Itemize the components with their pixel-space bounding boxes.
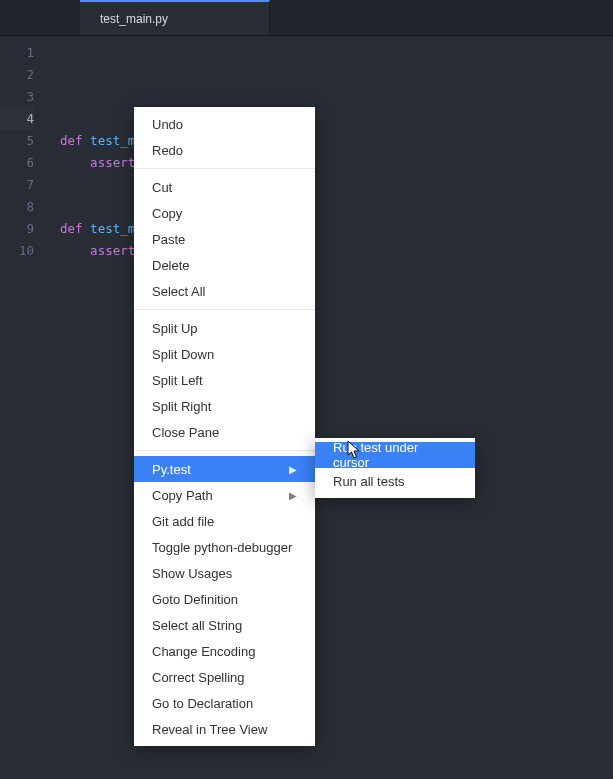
code-line: def test_m	[60, 133, 135, 148]
menu-copy-path[interactable]: Copy Path ▶	[134, 482, 315, 508]
menu-label: Change Encoding	[152, 644, 255, 659]
menu-label: Split Down	[152, 347, 214, 362]
menu-reveal-in-tree-view[interactable]: Reveal in Tree View	[134, 716, 315, 742]
menu-label: Reveal in Tree View	[152, 722, 267, 737]
menu-separator	[134, 309, 315, 310]
menu-label: Undo	[152, 117, 183, 132]
menu-label: Git add file	[152, 514, 214, 529]
submenu-pytest: Run test under cursor Run all tests	[315, 438, 475, 498]
menu-label: Split Up	[152, 321, 198, 336]
menu-label: Py.test	[152, 462, 191, 477]
menu-go-to-declaration[interactable]: Go to Declaration	[134, 690, 315, 716]
menu-label: Toggle python-debugger	[152, 540, 292, 555]
line-number: 7	[0, 174, 34, 196]
line-number-active: 4	[0, 108, 34, 130]
menu-label: Split Right	[152, 399, 211, 414]
code-area[interactable]: def test_m assert def test_m assert	[42, 36, 613, 779]
line-number: 8	[0, 196, 34, 218]
menu-cut[interactable]: Cut	[134, 174, 315, 200]
menu-git-add-file[interactable]: Git add file	[134, 508, 315, 534]
tab-active[interactable]: test_main.py	[80, 0, 270, 35]
line-number: 3	[0, 86, 34, 108]
code-line	[60, 67, 68, 82]
menu-label: Select All	[152, 284, 205, 299]
menu-correct-spelling[interactable]: Correct Spelling	[134, 664, 315, 690]
menu-show-usages[interactable]: Show Usages	[134, 560, 315, 586]
menu-split-down[interactable]: Split Down	[134, 341, 315, 367]
menu-label: Run test under cursor	[333, 440, 457, 470]
context-menu: Undo Redo Cut Copy Paste Delete Select A…	[134, 107, 315, 746]
line-number: 5	[0, 130, 34, 152]
menu-pytest[interactable]: Py.test ▶	[134, 456, 315, 482]
menu-separator	[134, 450, 315, 451]
menu-select-all[interactable]: Select All	[134, 278, 315, 304]
menu-label: Correct Spelling	[152, 670, 245, 685]
menu-close-pane[interactable]: Close Pane	[134, 419, 315, 445]
code-line	[60, 177, 68, 192]
line-number: 10	[0, 240, 34, 262]
menu-split-right[interactable]: Split Right	[134, 393, 315, 419]
menu-goto-definition[interactable]: Goto Definition	[134, 586, 315, 612]
menu-undo[interactable]: Undo	[134, 111, 315, 137]
menu-redo[interactable]: Redo	[134, 137, 315, 163]
chevron-right-icon: ▶	[289, 490, 297, 501]
line-number: 9	[0, 218, 34, 240]
menu-toggle-python-debugger[interactable]: Toggle python-debugger	[134, 534, 315, 560]
menu-split-left[interactable]: Split Left	[134, 367, 315, 393]
menu-label: Show Usages	[152, 566, 232, 581]
line-number: 1	[0, 42, 34, 64]
menu-label: Delete	[152, 258, 190, 273]
submenu-run-all-tests[interactable]: Run all tests	[315, 468, 475, 494]
menu-separator	[134, 168, 315, 169]
code-line: assert	[60, 155, 135, 170]
menu-label: Copy	[152, 206, 182, 221]
tab-filename: test_main.py	[100, 12, 168, 26]
code-line: def test_m	[60, 221, 135, 236]
code-line	[60, 265, 68, 280]
menu-label: Run all tests	[333, 474, 405, 489]
menu-label: Redo	[152, 143, 183, 158]
code-line: assert	[60, 243, 135, 258]
tab-bar: test_main.py	[0, 0, 613, 36]
menu-label: Split Left	[152, 373, 203, 388]
menu-label: Cut	[152, 180, 172, 195]
code-line	[60, 111, 68, 126]
menu-label: Paste	[152, 232, 185, 247]
code-line	[60, 199, 68, 214]
submenu-run-test-under-cursor[interactable]: Run test under cursor	[315, 442, 475, 468]
line-number: 2	[0, 64, 34, 86]
line-number: 6	[0, 152, 34, 174]
tab-bar-spacer	[0, 0, 80, 35]
menu-label: Go to Declaration	[152, 696, 253, 711]
menu-change-encoding[interactable]: Change Encoding	[134, 638, 315, 664]
menu-split-up[interactable]: Split Up	[134, 315, 315, 341]
line-gutter: 1 2 3 4 5 6 7 8 9 10	[0, 36, 42, 779]
menu-paste[interactable]: Paste	[134, 226, 315, 252]
menu-copy[interactable]: Copy	[134, 200, 315, 226]
chevron-right-icon: ▶	[289, 464, 297, 475]
menu-label: Select all String	[152, 618, 242, 633]
menu-select-all-string[interactable]: Select all String	[134, 612, 315, 638]
code-line	[60, 89, 68, 104]
menu-delete[interactable]: Delete	[134, 252, 315, 278]
menu-label: Goto Definition	[152, 592, 238, 607]
menu-label: Close Pane	[152, 425, 219, 440]
menu-label: Copy Path	[152, 488, 213, 503]
